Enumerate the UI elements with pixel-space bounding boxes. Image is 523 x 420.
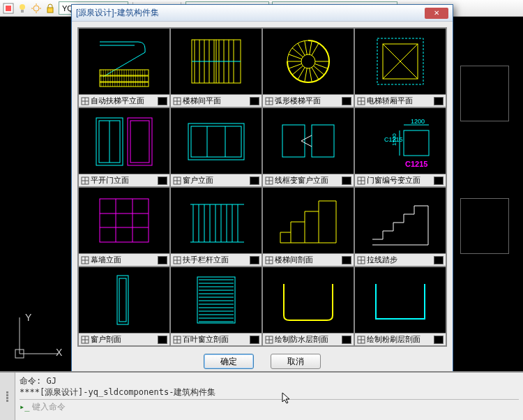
caption-bar: 拉线踏步 xyxy=(355,253,446,266)
caption-text: 平开门立面 xyxy=(91,175,129,186)
svg-line-75 xyxy=(312,43,319,55)
svg-line-64 xyxy=(310,68,312,82)
svg-rect-90 xyxy=(130,121,149,163)
caption-bar: 线框变窗户立面 xyxy=(263,174,354,186)
component-cell[interactable]: 幕墙立面 xyxy=(78,187,170,267)
component-cell[interactable]: 弧形楼梯平面 xyxy=(262,28,354,107)
preview-icon xyxy=(250,336,259,344)
caption-bar: 幕墙立面 xyxy=(79,253,169,266)
color-icon[interactable] xyxy=(3,3,14,14)
preview-icon xyxy=(342,336,351,344)
caption-bar: 楼梯间剖面 xyxy=(263,253,354,266)
component-cell[interactable]: 扶手栏杆立面 xyxy=(170,187,262,267)
caption-bar: 百叶窗立剖面 xyxy=(171,333,262,345)
close-button[interactable]: ✕ xyxy=(425,8,448,19)
svg-rect-1 xyxy=(6,6,11,11)
sun-icon[interactable] xyxy=(31,3,42,14)
bg-rect xyxy=(460,198,509,254)
thumbnail xyxy=(355,267,446,333)
preview-icon xyxy=(158,177,167,185)
component-cell[interactable]: 绘制防水层剖面 xyxy=(262,267,354,346)
command-placeholder: 键入命令 xyxy=(32,402,66,412)
preview-icon xyxy=(342,97,351,105)
component-cell[interactable]: 平开门立面 xyxy=(78,107,170,187)
component-cell[interactable]: 窗户剖面 xyxy=(78,267,170,346)
thumbnail: 1200C12151500C1215 xyxy=(355,108,446,174)
thumbnail xyxy=(79,108,169,174)
component-cell[interactable]: 绘制粉刷层剖面 xyxy=(354,267,446,346)
thumbnail xyxy=(171,267,262,333)
block-icon xyxy=(173,256,181,264)
component-cell[interactable]: 楼梯间剖面 xyxy=(262,187,354,267)
dialog-buttons: 确定 取消 xyxy=(77,347,447,369)
caption-text: 电梯轿厢平面 xyxy=(367,96,413,106)
ok-button[interactable]: 确定 xyxy=(204,354,254,369)
caption-text: 窗户剖面 xyxy=(91,334,121,345)
svg-line-68 xyxy=(289,63,302,68)
component-cell[interactable]: 楼梯间平面 xyxy=(170,28,262,107)
command-input[interactable]: ▸_键入命令 xyxy=(20,399,519,412)
preview-icon xyxy=(434,336,444,344)
svg-text:1500: 1500 xyxy=(391,133,397,146)
component-cell[interactable]: 百叶窗立剖面 xyxy=(170,267,262,346)
caption-bar: 门窗编号变立面 xyxy=(355,174,446,186)
preview-icon xyxy=(158,97,167,105)
svg-line-73 xyxy=(305,40,307,54)
bg-rect xyxy=(460,66,509,121)
block-icon xyxy=(81,97,89,105)
caption-bar: 窗户剖面 xyxy=(79,333,169,345)
svg-rect-150 xyxy=(119,278,126,322)
caption-bar: 自动扶梯平立面 xyxy=(79,94,169,107)
preview-icon xyxy=(158,336,167,344)
caption-text: 拉线踏步 xyxy=(367,255,397,265)
command-history[interactable]: 命令: GJ ****[源泉设计]-yq_sldcomponents-建筑构件集… xyxy=(15,373,523,420)
svg-rect-154 xyxy=(197,277,235,323)
ucs-y-label: Y xyxy=(25,312,31,323)
component-cell[interactable]: 窗户立面 xyxy=(170,107,262,187)
caption-text: 百叶窗立剖面 xyxy=(183,334,229,345)
svg-rect-116 xyxy=(100,199,149,242)
caption-text: 门窗编号变立面 xyxy=(367,175,420,186)
svg-rect-106 xyxy=(404,130,429,156)
caption-bar: 绘制防水层剖面 xyxy=(263,333,354,345)
lock-icon[interactable] xyxy=(45,3,56,14)
component-cell[interactable]: 1200C12151500C1215门窗编号变立面 xyxy=(354,107,446,187)
dialog-title-text: [源泉设计]-建筑构件集 xyxy=(76,7,159,19)
thumbnail xyxy=(263,29,354,94)
prompt-icon: ▸_ xyxy=(20,402,29,412)
svg-rect-94 xyxy=(188,123,244,160)
caption-text: 楼梯间平面 xyxy=(183,96,221,106)
svg-rect-149 xyxy=(117,276,128,324)
preview-icon xyxy=(434,177,444,185)
grip-icon[interactable] xyxy=(0,373,15,420)
component-cell[interactable]: 电梯轿厢平面 xyxy=(354,28,446,107)
cancel-button[interactable]: 取消 xyxy=(271,354,321,369)
command-panel: 命令: GJ ****[源泉设计]-yq_sldcomponents-建筑构件集… xyxy=(0,371,523,420)
thumbnail xyxy=(79,267,169,333)
caption-bar: 平开门立面 xyxy=(79,174,169,186)
dialog-titlebar[interactable]: [源泉设计]-建筑构件集 ✕ xyxy=(72,5,453,22)
svg-point-4 xyxy=(33,6,39,11)
thumbnail xyxy=(263,188,354,253)
caption-text: 扶手栏杆立面 xyxy=(183,255,229,265)
svg-text:1200: 1200 xyxy=(411,118,425,125)
preview-icon xyxy=(434,256,444,264)
caption-text: 自动扶梯平立面 xyxy=(91,96,144,106)
block-icon xyxy=(357,336,365,344)
component-cell[interactable]: 线框变窗户立面 xyxy=(262,107,354,187)
component-dialog: [源泉设计]-建筑构件集 ✕ 自动扶梯平立面楼梯间平面弧形楼梯平面电梯轿厢平面平… xyxy=(71,4,453,374)
block-icon xyxy=(265,256,273,264)
block-icon xyxy=(265,336,273,344)
block-icon xyxy=(357,256,365,264)
component-cell[interactable]: 拉线踏步 xyxy=(354,187,446,267)
block-icon xyxy=(173,97,181,105)
cmd-line: ****[源泉设计]-yq_sldcomponents-建筑构件集 xyxy=(20,387,519,398)
component-cell[interactable]: 自动扶梯平立面 xyxy=(78,28,170,107)
preview-icon xyxy=(342,256,351,264)
ucs-x-label: X xyxy=(56,347,62,358)
thumbnail xyxy=(171,29,262,94)
preview-icon xyxy=(434,97,444,105)
caption-text: 窗户立面 xyxy=(183,175,213,186)
caption-text: 绘制防水层剖面 xyxy=(275,334,328,345)
bulb-icon[interactable] xyxy=(17,3,28,14)
